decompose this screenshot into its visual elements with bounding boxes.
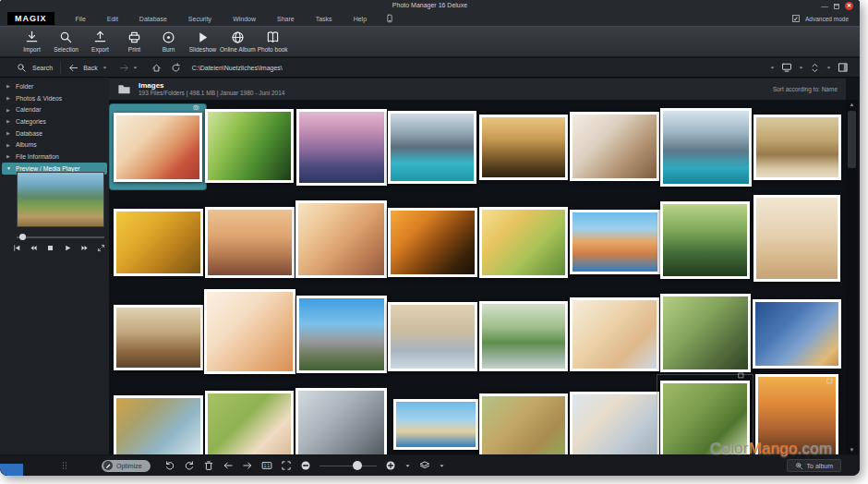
sidebar-item-calendar[interactable]: ▶Calendar (0, 103, 109, 115)
slideshow-button[interactable]: Slideshow (186, 27, 220, 56)
toolbar-grip-icon[interactable] (59, 460, 70, 471)
thumbnail-lake-jetty-sunset[interactable] (479, 115, 568, 180)
thumbnail-mountain-lake-canoes[interactable] (660, 108, 752, 187)
thumbnail-mother-and-baby[interactable] (204, 289, 295, 374)
thumbnail-moraine-lake[interactable] (388, 111, 476, 184)
seek-handle[interactable] (19, 234, 26, 240)
sidebar-item-database[interactable]: ▶Database (0, 127, 109, 139)
thumbnail-sunrise-silhouette[interactable] (388, 208, 477, 277)
sort-according-label[interactable]: Sort according to: Name (773, 86, 838, 92)
menu-item-file[interactable]: File (76, 16, 86, 22)
thumbnail-family-camping[interactable] (479, 207, 568, 278)
forward-icon[interactable] (119, 63, 129, 73)
stop-button[interactable] (46, 244, 54, 252)
fast-forward-button[interactable] (80, 244, 89, 252)
layers-button[interactable] (419, 460, 430, 471)
chevron-down-icon[interactable] (439, 463, 445, 469)
thumbnail-toucan[interactable] (205, 109, 294, 183)
back-label[interactable]: Back (83, 65, 98, 71)
thumbnail-autumn-park[interactable] (114, 209, 203, 276)
refresh-icon[interactable] (171, 63, 181, 73)
selection-button[interactable]: Selection (49, 27, 83, 56)
menu-item-database[interactable]: Database (139, 16, 167, 22)
home-icon[interactable] (151, 63, 162, 73)
thumbnail-thames-barrier[interactable] (295, 388, 387, 454)
online-album-button[interactable]: Online Album (220, 27, 256, 56)
minimize-button[interactable]: — (821, 3, 828, 10)
back-history-chevron-icon[interactable] (102, 65, 108, 71)
photo-book-button[interactable]: Photo book (256, 27, 290, 56)
sidebar-item-albums[interactable]: ▶Albums (0, 139, 109, 151)
sort-icon[interactable] (810, 63, 820, 73)
menu-item-tasks[interactable]: Tasks (316, 16, 332, 22)
thumbnail-hiking-couple[interactable] (660, 294, 751, 372)
to-album-button[interactable]: To album (787, 459, 841, 472)
thumbnail-family-beach[interactable] (114, 113, 202, 182)
sidebar-item-folder[interactable]: ▶Folder (0, 80, 109, 92)
sidebar-item-photos-videos[interactable]: ▶Photos & Videos (0, 92, 109, 104)
path-field[interactable]: C:\Dateien\Nuetzliches\Images\ (192, 65, 283, 71)
sidebar-item-file-information[interactable]: ▶File Information (0, 151, 109, 163)
maximize-button[interactable] (833, 3, 840, 10)
back-icon[interactable] (68, 63, 78, 73)
search-label[interactable]: Search (32, 65, 53, 71)
thumbnail-florence-sunset[interactable] (205, 207, 295, 278)
preview-image[interactable] (17, 172, 104, 227)
vertical-scrollbar[interactable]: ▲ ▼ (846, 100, 858, 454)
minus-circle-button[interactable] (300, 460, 311, 471)
thumbnail-tower-bridge[interactable] (296, 109, 387, 186)
menu-item-security[interactable]: Security (188, 16, 211, 22)
print-button[interactable]: Print (117, 27, 151, 56)
path-dropdown-chevron-icon[interactable] (769, 65, 776, 71)
menu-item-share[interactable]: Share (277, 16, 295, 22)
tablet-icon[interactable] (385, 14, 394, 23)
display-mode-icon[interactable] (781, 62, 792, 73)
sidebar-item-categories[interactable]: ▶Categories (0, 115, 109, 127)
thumbnail-fountain-kids[interactable] (570, 392, 659, 454)
arrow-left-sm-button[interactable] (223, 460, 234, 471)
previous-button[interactable] (13, 244, 21, 252)
thumbnail-wet-dog[interactable] (479, 393, 568, 454)
scrollbar-thumb[interactable] (848, 111, 856, 168)
menu-item-help[interactable]: Help (354, 16, 367, 22)
rotate-left-button[interactable] (164, 460, 175, 471)
scroll-down-icon[interactable]: ▼ (846, 445, 858, 454)
scroll-up-icon[interactable]: ▲ (846, 100, 858, 109)
thumbnail-lake-reflection[interactable] (479, 301, 568, 371)
brackets-button[interactable] (281, 460, 292, 471)
thumbnail-friends-selfie[interactable] (295, 200, 387, 278)
thumbnail-saint-tropez-harbor[interactable] (570, 210, 660, 274)
thumbnail-evening-beach[interactable] (753, 299, 841, 369)
chevron-down-icon[interactable] (404, 463, 411, 469)
optimize-button[interactable]: Optimize (102, 460, 151, 472)
trash-button[interactable] (203, 460, 214, 471)
search-icon[interactable] (17, 63, 27, 73)
thumbnail-sugarloaf-cable-car[interactable] (296, 296, 387, 373)
menu-item-edit[interactable]: Edit (107, 16, 118, 22)
rewind-button[interactable] (30, 244, 38, 252)
zoom-slider[interactable] (319, 461, 377, 470)
thumbnail-autumn-waterfall[interactable] (114, 395, 203, 454)
arrow-right-sm-button[interactable] (242, 460, 253, 471)
advanced-mode-checkbox[interactable]: ✓ (792, 15, 800, 22)
play-button[interactable] (64, 244, 72, 252)
seek-bar[interactable] (17, 234, 104, 241)
thumbnail-kids-beach-ball[interactable] (753, 195, 840, 282)
sort-chevron-icon[interactable] (826, 65, 832, 71)
forward-history-chevron-icon[interactable] (132, 65, 139, 71)
thumbnail-woman-portrait[interactable] (205, 391, 294, 454)
zoom-slider-handle[interactable] (353, 461, 362, 470)
rotate-right-button[interactable] (184, 460, 195, 471)
thumbnail-boy-with-dog[interactable] (570, 112, 659, 181)
import-button[interactable]: Import (15, 27, 49, 56)
one-to-one-button[interactable]: 1:1 (261, 460, 272, 471)
thumbnail-mont-saint-michel[interactable] (753, 115, 841, 180)
burn-button[interactable]: Burn (151, 27, 186, 56)
fullscreen-button[interactable] (97, 244, 105, 252)
panel-toggle-icon[interactable] (838, 62, 849, 73)
menu-item-window[interactable]: Window (233, 16, 256, 22)
thumbnail-coastal-panorama[interactable] (393, 399, 478, 450)
close-button[interactable]: ✕ (845, 2, 853, 10)
plus-circle-button[interactable] (385, 460, 396, 471)
thumbnail-city-river-panorama[interactable] (388, 302, 477, 371)
